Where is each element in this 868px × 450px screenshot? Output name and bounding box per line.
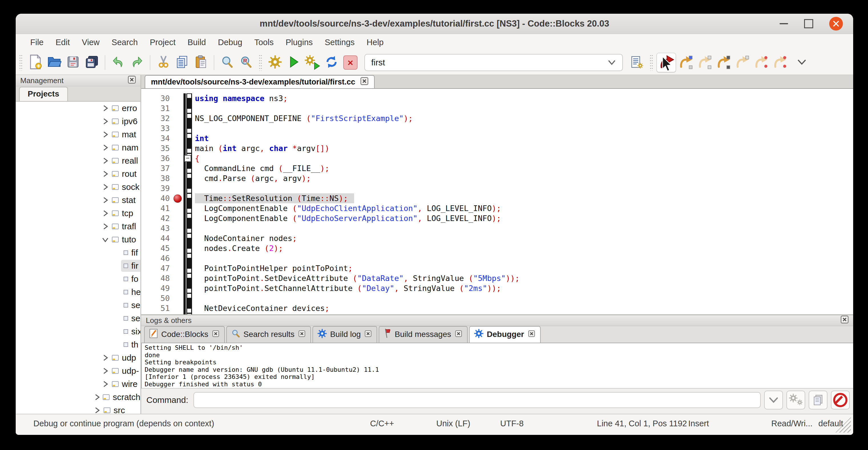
code-text[interactable]: CommandLine cmd (__FILE__);: [192, 163, 329, 173]
chevron-down-icon[interactable]: [101, 236, 112, 244]
code-text[interactable]: NetDeviceContainer devices;: [192, 303, 329, 313]
log-tab-close-button[interactable]: [455, 330, 462, 339]
breakpoint-margin[interactable]: [173, 193, 183, 203]
redo-button[interactable]: [128, 53, 146, 72]
tree-item-wire[interactable]: wire: [16, 378, 141, 391]
breakpoint-margin[interactable]: [173, 263, 183, 273]
breakpoint-margin[interactable]: [173, 203, 183, 213]
breakpoint-margin[interactable]: [173, 103, 183, 113]
paste-button[interactable]: [191, 53, 210, 72]
fold-margin[interactable]: [183, 163, 192, 173]
fold-margin[interactable]: −: [183, 153, 192, 163]
code-text[interactable]: LogComponentEnable ("UdpEchoClientApplic…: [192, 203, 501, 213]
tree-item-rout[interactable]: rout: [16, 167, 141, 180]
tree-item-fo[interactable]: fo: [16, 272, 141, 286]
code-text[interactable]: PointToPointHelper pointToPoint;: [192, 263, 353, 273]
tree-item-th[interactable]: th: [16, 338, 141, 351]
debugger-output[interactable]: Setting SHELL to '/bin/sh'doneSetting br…: [141, 343, 853, 389]
fold-margin[interactable]: [183, 193, 192, 203]
breakpoint-margin[interactable]: [173, 123, 183, 133]
menu-plugins[interactable]: Plugins: [280, 38, 319, 47]
build-button[interactable]: [266, 53, 284, 72]
tree-item-mat[interactable]: mat: [16, 128, 141, 141]
tree-item-stat[interactable]: stat: [16, 193, 141, 207]
tree-item-src[interactable]: src: [16, 404, 141, 414]
breakpoint-margin[interactable]: [173, 253, 183, 263]
tree-item-se[interactable]: se: [16, 312, 141, 325]
tree-item-nam[interactable]: nam: [16, 141, 141, 154]
tree-item-ipv6[interactable]: ipv6: [16, 115, 141, 128]
chevron-right-icon[interactable]: [101, 104, 112, 112]
log-tab-close-button[interactable]: [528, 330, 535, 339]
fold-margin[interactable]: [183, 313, 192, 314]
undo-button[interactable]: [109, 53, 128, 72]
run-to-cursor-button[interactable]: [676, 53, 695, 72]
code-line-38[interactable]: 38 cmd.Parse (argc, argv);: [141, 173, 853, 183]
log-tab-close-button[interactable]: [365, 330, 372, 339]
tree-item-fir[interactable]: fir: [16, 259, 141, 272]
code-line-47[interactable]: 47 PointToPointHelper pointToPoint;: [141, 263, 853, 273]
fold-margin[interactable]: [183, 263, 192, 273]
copy-log-button[interactable]: [809, 391, 828, 410]
code-line-31[interactable]: 31: [141, 103, 853, 113]
fold-margin[interactable]: [183, 103, 192, 113]
breakpoint-margin[interactable]: [173, 303, 183, 313]
build-target-options-button[interactable]: [627, 53, 646, 72]
menu-view[interactable]: View: [76, 38, 105, 47]
editor-tab-first-cc[interactable]: mnt/dev/tools/source/ns-3-dev/examples/t…: [145, 75, 375, 88]
management-close-button[interactable]: [128, 76, 136, 86]
fold-margin[interactable]: [183, 233, 192, 243]
step-into-button[interactable]: [714, 53, 733, 72]
chevron-right-icon[interactable]: [101, 354, 112, 362]
code-text[interactable]: using namespace ns3;: [192, 93, 288, 103]
step-into-instruction-button[interactable]: [770, 53, 789, 72]
breakpoint-margin[interactable]: [173, 223, 183, 233]
replace-button[interactable]: R: [237, 53, 255, 72]
code-line-36[interactable]: 36−{: [141, 153, 853, 163]
fold-margin[interactable]: [183, 223, 192, 233]
chevron-down-icon[interactable]: [608, 58, 616, 67]
stop-debugger-button[interactable]: [831, 391, 850, 410]
tree-item-fif[interactable]: fif: [16, 246, 141, 259]
fold-margin[interactable]: [183, 273, 192, 283]
debugger-tools-button[interactable]: [786, 391, 805, 410]
code-line-37[interactable]: 37 CommandLine cmd (__FILE__);: [141, 163, 853, 173]
chevron-right-icon[interactable]: [101, 170, 112, 178]
code-line-40[interactable]: 40 Time::SetResolution (Time::NS);: [141, 193, 853, 203]
breakpoint-margin[interactable]: [173, 243, 183, 253]
code-text[interactable]: [192, 123, 195, 133]
breakpoint-margin[interactable]: [173, 163, 183, 173]
command-history-dropdown-button[interactable]: [764, 391, 783, 410]
tree-item-se[interactable]: se: [16, 299, 141, 312]
chevron-right-icon[interactable]: [101, 209, 112, 217]
code-text[interactable]: cmd.Parse (argc, argv);: [192, 173, 311, 183]
tree-item-reall[interactable]: reall: [16, 154, 141, 167]
breakpoint-margin[interactable]: [173, 173, 183, 183]
breakpoint-margin[interactable]: [173, 273, 183, 283]
code-line-32[interactable]: 32NS_LOG_COMPONENT_DEFINE ("FirstScriptE…: [141, 113, 853, 123]
fold-margin[interactable]: [183, 133, 192, 143]
editor-tab-close-button[interactable]: [361, 77, 368, 87]
fold-margin[interactable]: [183, 183, 192, 193]
minimize-button[interactable]: [779, 23, 788, 24]
fold-margin[interactable]: [183, 293, 192, 303]
tree-item-udp[interactable]: udp-: [16, 364, 141, 378]
chevron-right-icon[interactable]: [101, 367, 112, 375]
run-button[interactable]: [284, 53, 303, 72]
command-input[interactable]: [193, 392, 761, 408]
code-line-48[interactable]: 48 pointToPoint.SetDeviceAttribute ("Dat…: [141, 273, 853, 283]
code-text[interactable]: [192, 223, 195, 233]
tab-projects[interactable]: Projects: [19, 87, 68, 101]
breakpoint-margin[interactable]: [173, 153, 183, 163]
chevron-right-icon[interactable]: [101, 183, 112, 191]
breakpoint-margin[interactable]: [173, 133, 183, 143]
fold-margin[interactable]: [183, 123, 192, 133]
tree-item-erro[interactable]: erro: [16, 102, 141, 115]
fold-margin[interactable]: [183, 253, 192, 263]
code-text[interactable]: Time::SetResolution (Time::NS);: [192, 193, 354, 203]
breakpoint-margin[interactable]: [173, 233, 183, 243]
tree-item-he[interactable]: he: [16, 286, 141, 299]
log-tab-build-messages[interactable]: Build messages: [379, 326, 468, 342]
chevron-right-icon[interactable]: [93, 393, 102, 401]
breakpoint-margin[interactable]: [173, 283, 183, 293]
